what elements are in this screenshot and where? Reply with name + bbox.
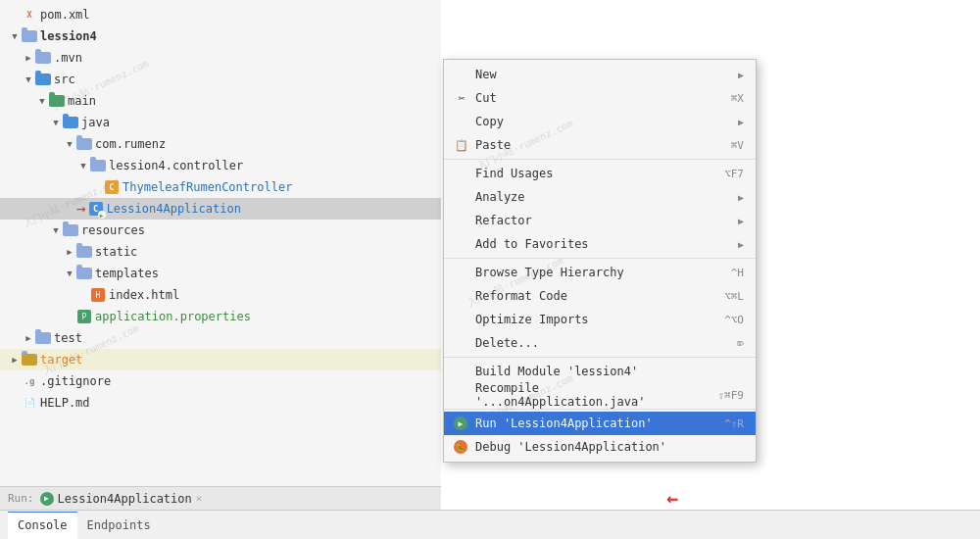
submenu-arrow: ▶ — [738, 117, 744, 127]
tree-label: HELP.md — [40, 396, 90, 410]
tree-label: target — [40, 353, 82, 367]
arrow: ▼ — [22, 74, 35, 84]
tree-item-gitignore[interactable]: .g .gitignore — [0, 370, 441, 392]
xml-icon: X — [22, 7, 37, 23]
tree-item-pom[interactable]: X pom.xml — [0, 4, 441, 25]
menu-item-recompile[interactable]: Recompile '...on4Application.java' ⇧⌘F9 — [444, 383, 756, 407]
tree-item-templates[interactable]: ▼ templates — [0, 263, 441, 284]
menu-item-cut[interactable]: ✂ Cut ⌘X — [444, 86, 756, 110]
tree-label: templates — [95, 267, 159, 280]
menu-item-analyze[interactable]: Analyze ▶ — [444, 185, 756, 209]
menu-label: Add to Favorites — [475, 237, 734, 251]
arrow: ▼ — [63, 139, 76, 149]
shortcut: ⌦ — [737, 337, 744, 350]
paste-icon: 📋 — [452, 139, 471, 152]
arrow: ▼ — [63, 269, 76, 278]
tree-item-resources[interactable]: ▼ resources — [0, 220, 441, 241]
folder-java-icon — [63, 115, 78, 130]
menu-label: New — [475, 68, 734, 81]
tree-item-app-props[interactable]: P application.properties — [0, 306, 441, 327]
tree-label: pom.xml — [40, 8, 90, 22]
tree-item-help[interactable]: 📄 HELP.md — [0, 392, 441, 414]
tree-label: test — [54, 331, 82, 345]
tree-item-main[interactable]: ▼ main — [0, 90, 441, 112]
menu-label: Cut — [475, 91, 711, 105]
tree-item-lession4app[interactable]: → C Lession4Application — [0, 198, 441, 220]
arrow: ▼ — [49, 118, 63, 127]
menu-item-refactor[interactable]: Refactor ▶ — [444, 209, 756, 232]
menu-item-delete[interactable]: Delete... ⌦ — [444, 331, 756, 355]
tree-label: com.rumenz — [95, 137, 166, 151]
tree-item-target[interactable]: ▶ target — [0, 349, 441, 370]
tree-label: .mvn — [54, 51, 82, 65]
tree-item-mvn[interactable]: ▶ .mvn — [0, 47, 441, 69]
project-tree: X pom.xml ▼ lession4 ▶ .mvn ▼ src — [0, 0, 441, 414]
run-red-arrow: ← — [666, 486, 678, 510]
shortcut: ⌥F7 — [724, 168, 744, 180]
menu-label: Build Module 'lession4' — [475, 365, 744, 378]
folder-icon — [76, 266, 92, 281]
menu-item-optimize[interactable]: Optimize Imports ^⌥O — [444, 308, 756, 331]
tree-label: lession4.controller — [109, 159, 243, 172]
submenu-arrow: ▶ — [738, 70, 744, 80]
tree-label: .gitignore — [40, 374, 111, 388]
file-icon: 📄 — [22, 395, 37, 411]
tree-item-static[interactable]: ▶ static — [0, 241, 441, 263]
menu-item-paste[interactable]: 📋 Paste ⌘V — [444, 133, 756, 157]
tree-item-thymeleaf[interactable]: C ThymeleafRumenController — [0, 176, 441, 198]
context-menu: New ▶ ✂ Cut ⌘X Copy ▶ 📋 Paste ⌘V Find Us… — [443, 59, 757, 463]
menu-label: Run 'Lession4Application' — [475, 416, 705, 430]
separator — [444, 409, 756, 410]
project-panel: X pom.xml ▼ lession4 ▶ .mvn ▼ src — [0, 0, 441, 510]
tree-item-com-rumenz[interactable]: ▼ com.rumenz — [0, 133, 441, 155]
menu-item-copy[interactable]: Copy ▶ — [444, 110, 756, 133]
menu-label: Copy — [475, 115, 734, 128]
menu-label: Reformat Code — [475, 289, 705, 303]
menu-label: Delete... — [475, 336, 717, 350]
run-icon-small: ▶ — [40, 492, 54, 506]
menu-item-run[interactable]: ▶ Run 'Lession4Application' ^⇧R — [444, 412, 756, 435]
menu-item-reformat[interactable]: Reformat Code ⌥⌘L — [444, 284, 756, 308]
separator — [444, 357, 756, 358]
folder-icon — [35, 50, 51, 66]
tree-label: Lession4Application — [107, 202, 241, 216]
bottom-tabs: Console Endpoints — [0, 510, 980, 539]
cut-icon: ✂ — [452, 92, 471, 105]
tree-item-java[interactable]: ▼ java — [0, 112, 441, 133]
tree-label: resources — [81, 223, 145, 237]
menu-item-debug[interactable]: 🐛 Debug 'Lession4Application' — [444, 435, 756, 459]
folder-icon — [76, 244, 92, 260]
menu-item-build[interactable]: Build Module 'lession4' — [444, 360, 756, 383]
tree-item-test[interactable]: ▶ test — [0, 327, 441, 349]
tab-console[interactable]: Console — [8, 512, 77, 539]
menu-item-find-usages[interactable]: Find Usages ⌥F7 — [444, 162, 756, 185]
tree-label: ThymeleafRumenController — [122, 180, 292, 194]
main-container: X pom.xml ▼ lession4 ▶ .mvn ▼ src — [0, 0, 980, 539]
tree-label: main — [68, 94, 96, 108]
folder-icon — [35, 330, 51, 346]
folder-icon — [76, 136, 92, 152]
submenu-arrow: ▶ — [738, 216, 744, 226]
tree-item-index[interactable]: H index.html — [0, 284, 441, 306]
menu-item-new[interactable]: New ▶ — [444, 63, 756, 86]
run-tab-x[interactable]: ✕ — [196, 492, 203, 505]
tree-item-controller[interactable]: ▼ lession4.controller — [0, 155, 441, 176]
tree-label: java — [81, 116, 110, 129]
tab-endpoints[interactable]: Endpoints — [77, 512, 161, 539]
folder-icon — [90, 158, 106, 173]
shortcut: ^⇧R — [724, 417, 744, 430]
debug-icon: 🐛 — [452, 440, 471, 454]
tree-label: index.html — [109, 288, 179, 302]
folder-icon — [22, 28, 37, 44]
arrow: ▼ — [76, 161, 90, 171]
menu-label: Browse Type Hierarchy — [475, 266, 711, 279]
menu-item-browse-hierarchy[interactable]: Browse Type Hierarchy ^H — [444, 261, 756, 284]
folder-src-icon — [35, 72, 51, 87]
menu-label: Debug 'Lession4Application' — [475, 440, 744, 454]
run-bar: Run: ▶ Lession4Application ✕ — [0, 486, 441, 510]
arrow: ▶ — [22, 333, 35, 343]
tree-item-lession4[interactable]: ▼ lession4 — [0, 25, 441, 47]
tree-item-src[interactable]: ▼ src — [0, 69, 441, 90]
folder-icon — [22, 352, 37, 368]
menu-item-add-favorites[interactable]: Add to Favorites ▶ — [444, 232, 756, 256]
